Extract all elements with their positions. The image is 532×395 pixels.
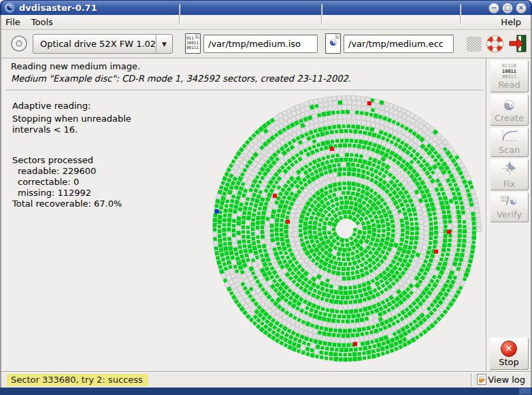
maximize-button[interactable]: □ bbox=[502, 3, 513, 14]
read-button[interactable]: 01110 10011 00111 Read bbox=[490, 61, 529, 92]
verify-icon: 0110 1011 / ☯ bbox=[501, 196, 518, 209]
ecc-file-icon: ☯ bbox=[325, 33, 341, 54]
drive-selector[interactable]: Optical drive 52X FW 1.02 ▼ bbox=[33, 34, 173, 54]
menu-help[interactable]: Help bbox=[495, 16, 527, 29]
medium-info: Medium "Example disc": CD-R mode 1, 3425… bbox=[11, 73, 351, 84]
menu-tools[interactable]: Tools bbox=[26, 16, 59, 29]
window-left-edge bbox=[0, 15, 1, 388]
statusbar-separator bbox=[471, 373, 472, 387]
toolbar-separator bbox=[460, 4, 461, 23]
create-button[interactable]: ☯ Create bbox=[490, 95, 529, 126]
sector-spiral-visualization bbox=[5, 91, 486, 372]
window-bottom-border bbox=[0, 388, 532, 395]
app-yinyang-icon: ☯ bbox=[5, 3, 15, 13]
toolbar-groove bbox=[0, 58, 532, 59]
scan-curve-icon bbox=[501, 130, 518, 145]
menu-file[interactable]: File bbox=[0, 16, 26, 29]
exit-icon[interactable] bbox=[508, 34, 527, 56]
view-log-button[interactable]: ☛ View log bbox=[477, 374, 525, 385]
menubar: File Tools Help bbox=[0, 15, 532, 30]
log-document-icon: ☛ bbox=[477, 374, 486, 385]
stop-icon: ✕ bbox=[501, 341, 517, 357]
fix-button[interactable]: Fix bbox=[490, 159, 529, 190]
verify-button[interactable]: 0110 1011 / ☯ Verify bbox=[490, 192, 529, 222]
read-icon: 01110 10011 00111 bbox=[502, 63, 516, 80]
sidebar-groove bbox=[486, 58, 487, 371]
titlebar[interactable]: ☯ dvdisaster-0.71 − □ ✕ bbox=[0, 0, 532, 15]
toolbar-separator bbox=[179, 4, 180, 23]
close-button[interactable]: ✕ bbox=[516, 3, 527, 14]
toolbar-separator bbox=[321, 4, 322, 23]
statusbar: Sector 333680, try 2: success ☛ View log bbox=[0, 373, 532, 388]
drive-selector-value: Optical drive 52X FW 1.02 bbox=[33, 39, 156, 49]
window-title: dvdisaster-0.71 bbox=[19, 3, 97, 13]
scan-button[interactable]: Scan bbox=[490, 128, 529, 157]
ecc-path-input[interactable] bbox=[344, 35, 454, 53]
stop-button[interactable]: ✕ Stop bbox=[489, 338, 529, 370]
resize-corner[interactable] bbox=[519, 388, 531, 394]
optical-disc-icon bbox=[10, 34, 29, 56]
iso-file-icon: 011 10011 00111 bbox=[185, 33, 201, 54]
minimize-button[interactable]: − bbox=[488, 3, 499, 14]
pointing-hand-icon: ☛ bbox=[478, 376, 486, 385]
preferences-icon-disabled[interactable] bbox=[467, 37, 482, 52]
help-lifebuoy-icon[interactable] bbox=[486, 35, 504, 56]
chevron-down-icon[interactable]: ▼ bbox=[156, 35, 172, 53]
app-window: ☯ dvdisaster-0.71 − □ ✕ File Tools Help … bbox=[0, 0, 532, 395]
fix-puzzle-icon bbox=[501, 161, 518, 179]
operation-title: Reading new medium image. bbox=[11, 61, 140, 71]
status-message: Sector 333680, try 2: success bbox=[7, 374, 148, 386]
iso-path-input[interactable] bbox=[203, 35, 318, 53]
create-yinyang-icon: ☯ bbox=[503, 98, 516, 113]
